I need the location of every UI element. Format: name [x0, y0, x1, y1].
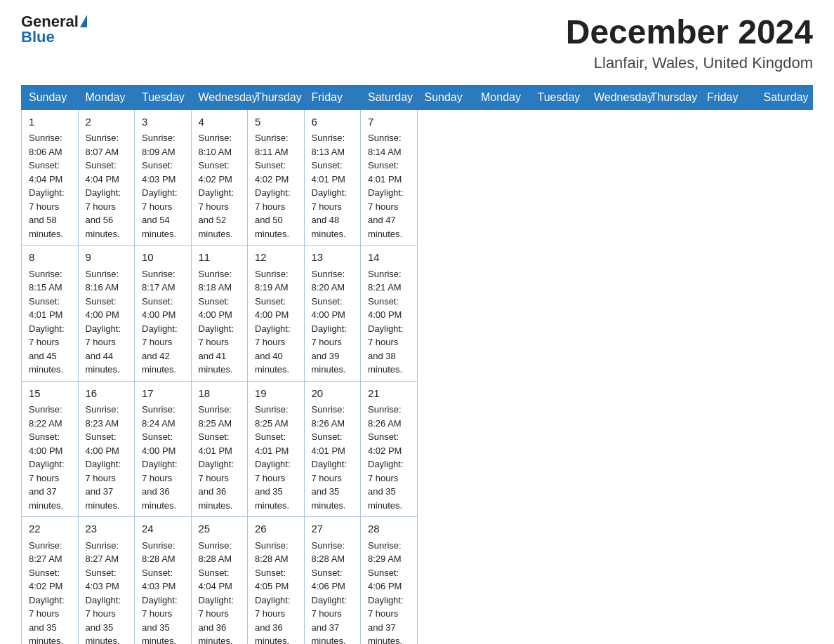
sunset-text: Sunset: 4:01 PM	[255, 431, 289, 456]
day-cell-18: 18Sunrise: 8:25 AMSunset: 4:01 PMDayligh…	[191, 381, 248, 517]
sunset-text: Sunset: 4:02 PM	[29, 568, 62, 592]
day-number: 27	[312, 521, 354, 537]
sunrise-text: Sunrise: 8:23 AM	[86, 404, 119, 429]
daylight-text: Daylight: 7 hours	[255, 459, 291, 483]
week-row-4: 22Sunrise: 8:27 AMSunset: 4:02 PMDayligh…	[22, 517, 813, 644]
sunset-text: Sunset: 4:00 PM	[368, 296, 402, 321]
daylight-minutes-text: and 40 minutes.	[255, 351, 289, 375]
day-cell-27: 27Sunrise: 8:28 AMSunset: 4:06 PMDayligh…	[304, 517, 361, 644]
daylight-text: Daylight: 7 hours	[29, 323, 65, 348]
daylight-text: Daylight: 7 hours	[199, 595, 234, 619]
week-row-3: 15Sunrise: 8:22 AMSunset: 4:00 PMDayligh…	[22, 381, 813, 517]
col-header-sunday: Sunday	[417, 85, 474, 109]
day-cell-4: 4Sunrise: 8:10 AMSunset: 4:02 PMDaylight…	[191, 109, 248, 246]
daylight-minutes-text: and 37 minutes.	[312, 622, 346, 644]
daylight-minutes-text: and 56 minutes.	[86, 215, 120, 239]
sunrise-text: Sunrise: 8:21 AM	[368, 269, 402, 293]
day-number: 2	[86, 114, 128, 130]
day-number: 21	[368, 386, 410, 402]
daylight-text: Daylight: 7 hours	[368, 323, 404, 348]
daylight-minutes-text: and 54 minutes.	[142, 215, 176, 239]
daylight-minutes-text: and 58 minutes.	[29, 215, 63, 239]
daylight-minutes-text: and 35 minutes.	[142, 622, 176, 644]
day-cell-1: 1Sunrise: 8:06 AMSunset: 4:04 PMDaylight…	[22, 109, 79, 246]
daylight-minutes-text: and 35 minutes.	[29, 622, 63, 644]
sunrise-text: Sunrise: 8:28 AM	[142, 540, 176, 565]
day-number: 1	[29, 114, 71, 130]
sunrise-text: Sunrise: 8:16 AM	[86, 269, 119, 293]
daylight-text: Daylight: 7 hours	[255, 595, 291, 619]
daylight-minutes-text: and 45 minutes.	[29, 351, 63, 375]
week-row-1: 1Sunrise: 8:06 AMSunset: 4:04 PMDaylight…	[22, 109, 813, 246]
sunset-text: Sunset: 4:01 PM	[199, 431, 232, 456]
sunrise-text: Sunrise: 8:14 AM	[368, 133, 402, 157]
col-header-friday: Friday	[700, 85, 757, 109]
sunrise-text: Sunrise: 8:26 AM	[368, 404, 402, 429]
day-number: 22	[29, 521, 71, 537]
day-number: 12	[255, 250, 297, 266]
sunset-text: Sunset: 4:01 PM	[29, 296, 62, 321]
daylight-minutes-text: and 42 minutes.	[142, 351, 176, 375]
daylight-text: Daylight: 7 hours	[312, 459, 348, 483]
sunset-text: Sunset: 4:00 PM	[29, 431, 62, 456]
day-number: 11	[199, 250, 241, 266]
daylight-minutes-text: and 36 minutes.	[142, 486, 176, 511]
header-saturday: Saturday	[361, 85, 418, 109]
header-tuesday: Tuesday	[135, 85, 192, 109]
day-cell-16: 16Sunrise: 8:23 AMSunset: 4:00 PMDayligh…	[78, 381, 135, 517]
sunrise-text: Sunrise: 8:18 AM	[199, 269, 232, 293]
day-number: 10	[142, 250, 184, 266]
day-cell-22: 22Sunrise: 8:27 AMSunset: 4:02 PMDayligh…	[22, 517, 79, 644]
day-number: 17	[142, 386, 184, 402]
month-title: December 2024	[566, 14, 813, 51]
day-number: 20	[312, 386, 354, 402]
day-cell-3: 3Sunrise: 8:09 AMSunset: 4:03 PMDaylight…	[135, 109, 192, 246]
logo-general-text: General	[21, 14, 79, 29]
page-header: General Blue December 2024 Llanfair, Wal…	[21, 14, 813, 72]
day-cell-14: 14Sunrise: 8:21 AMSunset: 4:00 PMDayligh…	[361, 246, 418, 382]
day-number: 24	[142, 521, 184, 537]
daylight-text: Daylight: 7 hours	[312, 595, 348, 619]
day-number: 4	[199, 114, 241, 130]
sunrise-text: Sunrise: 8:27 AM	[29, 540, 62, 565]
day-number: 15	[29, 386, 71, 402]
daylight-text: Daylight: 7 hours	[86, 459, 121, 483]
sunset-text: Sunset: 4:03 PM	[142, 568, 176, 592]
sunset-text: Sunset: 4:03 PM	[86, 568, 119, 592]
sunset-text: Sunset: 4:03 PM	[142, 160, 176, 185]
day-number: 6	[312, 114, 354, 130]
sunset-text: Sunset: 4:06 PM	[368, 568, 402, 592]
daylight-text: Daylight: 7 hours	[29, 459, 65, 483]
day-number: 3	[142, 114, 184, 130]
sunrise-text: Sunrise: 8:15 AM	[29, 269, 62, 293]
sunrise-text: Sunrise: 8:06 AM	[29, 133, 62, 157]
daylight-minutes-text: and 36 minutes.	[199, 622, 233, 644]
col-header-wednesday: Wednesday	[587, 85, 644, 109]
col-header-monday: Monday	[474, 85, 531, 109]
header-monday: Monday	[78, 85, 135, 109]
daylight-minutes-text: and 36 minutes.	[255, 622, 289, 644]
sunset-text: Sunset: 4:00 PM	[312, 296, 345, 321]
daylight-minutes-text: and 50 minutes.	[255, 215, 289, 239]
day-number: 9	[86, 250, 128, 266]
day-cell-17: 17Sunrise: 8:24 AMSunset: 4:00 PMDayligh…	[135, 381, 192, 517]
sunset-text: Sunset: 4:01 PM	[312, 160, 345, 185]
sunset-text: Sunset: 4:06 PM	[312, 568, 345, 592]
day-number: 5	[255, 114, 297, 130]
header-sunday: Sunday	[22, 85, 79, 109]
sunrise-text: Sunrise: 8:28 AM	[312, 540, 345, 565]
sunrise-text: Sunrise: 8:26 AM	[312, 404, 345, 429]
daylight-minutes-text: and 37 minutes.	[368, 622, 402, 644]
sunrise-text: Sunrise: 8:11 AM	[255, 133, 289, 157]
day-cell-7: 7Sunrise: 8:14 AMSunset: 4:01 PMDaylight…	[361, 109, 418, 246]
day-number: 14	[368, 250, 410, 266]
sunset-text: Sunset: 4:04 PM	[86, 160, 119, 185]
daylight-minutes-text: and 44 minutes.	[86, 351, 120, 375]
day-cell-11: 11Sunrise: 8:18 AMSunset: 4:00 PMDayligh…	[191, 246, 248, 382]
sunrise-text: Sunrise: 8:20 AM	[312, 269, 345, 293]
sunrise-text: Sunrise: 8:10 AM	[199, 133, 232, 157]
sunrise-text: Sunrise: 8:25 AM	[255, 404, 289, 429]
daylight-minutes-text: and 36 minutes.	[199, 486, 233, 511]
sunrise-text: Sunrise: 8:22 AM	[29, 404, 62, 429]
day-cell-13: 13Sunrise: 8:20 AMSunset: 4:00 PMDayligh…	[304, 246, 361, 382]
